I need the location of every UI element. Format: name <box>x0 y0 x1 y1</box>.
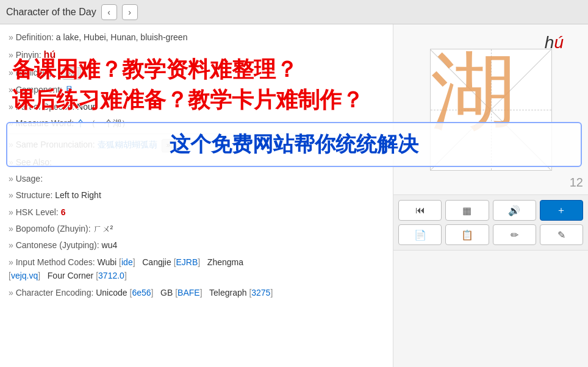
hsk-value: 6 <box>61 207 66 217</box>
same-pron-row: Same Pronunciation: 壶狐糊胡蝴弧葫 »... <box>9 138 384 152</box>
component-link[interactable]: 月 <box>65 85 73 94</box>
cangjie-link[interactable]: EJRB <box>176 257 198 267</box>
same-pron-label: Same Pronunciation: <box>9 140 95 149</box>
hsk-label: HSK Level: <box>9 207 59 217</box>
encoding-label: Character Encoding: <box>9 288 93 298</box>
structure-value: Left to Right <box>55 190 101 200</box>
vejq-link[interactable]: vejq.vq <box>11 271 38 280</box>
wubi-link[interactable]: ide <box>121 257 133 267</box>
pinyin-row: Pinyin: hú <box>9 47 384 63</box>
pinyin-value: hú <box>44 49 56 60</box>
tone-mark: ú <box>554 33 564 52</box>
input-codes-label: Input Method Codes: <box>9 257 95 267</box>
gb-link[interactable]: BAFE <box>177 288 200 298</box>
pinyin-label: Pinyin: <box>9 50 41 60</box>
page-title: Character of the Day <box>6 7 96 18</box>
definition-value: a lake, Hubei, Hunan, bluish-green <box>56 32 188 42</box>
prev-button[interactable]: ‹ <box>101 4 117 20</box>
telegraph-link[interactable]: 3275 <box>251 288 270 298</box>
see-also-label: See Also: <box>9 157 52 167</box>
measure-label: Measure Word: <box>9 118 74 128</box>
next-button[interactable]: › <box>122 4 138 20</box>
definition-row: Definition: a lake, Hubei, Hunan, bluish… <box>9 30 384 44</box>
char-display: 湖 <box>431 49 516 135</box>
pos-label: Part of Speech: <box>9 102 74 112</box>
cantonese-row: Cantonese (Jyutping): wu4 <box>9 238 384 252</box>
header: Character of the Day ‹ › <box>0 0 588 24</box>
divider1 <box>9 134 384 134</box>
doc-btn[interactable]: 📄 <box>398 224 442 245</box>
char-grid: 湖 <box>430 49 552 171</box>
encoding-row: Character Encoding: Unicode [6e56] GB [B… <box>9 286 384 299</box>
radical-row: Radical: 氵 »... <box>9 66 384 80</box>
unicode-link[interactable]: 6e56 <box>132 288 151 298</box>
component-label: Component: <box>9 85 62 94</box>
hsk-row: HSK Level: 6 <box>9 205 384 219</box>
four-corner-link[interactable]: 3712.0 <box>98 271 124 280</box>
definition-label: Definition: <box>9 32 54 42</box>
cantonese-value: wu4 <box>102 240 118 250</box>
radical-more[interactable]: »... <box>62 67 81 80</box>
same-pron-more[interactable]: »... <box>162 139 181 152</box>
add-btn[interactable]: ＋ <box>540 200 583 221</box>
edit-btn[interactable]: ✏ <box>493 224 536 245</box>
usage-row: Usage: <box>9 172 384 185</box>
main-container: Definition: a lake, Hubei, Hunan, bluish… <box>0 24 588 367</box>
first-btn[interactable]: ⏮ <box>398 200 442 221</box>
measure-hint: （一个湖） <box>87 118 130 128</box>
component-row: Component: 月 <box>9 83 384 96</box>
stroke-number: 12 <box>570 176 583 190</box>
measure-link[interactable]: 个 <box>76 118 85 128</box>
write-btn[interactable]: ✎ <box>540 224 583 245</box>
bopomofo-row: Bopomofo (Zhuyin): ㄏㄨ² <box>9 222 384 235</box>
toolbar: ⏮ ▦ 🔊 ＋ 📄 📋 ✏ ✎ <box>393 195 588 251</box>
bopomofo-label: Bopomofo (Zhuyin): <box>9 224 91 233</box>
radical-label: Radical: <box>9 68 46 77</box>
usage-label: Usage: <box>9 174 43 184</box>
char-display-area: hú 湖 12 <box>393 24 588 195</box>
pos-value: Noun <box>77 102 97 112</box>
grid-btn[interactable]: ▦ <box>445 200 489 221</box>
cantonese-label: Cantonese (Jyutping): <box>9 240 99 250</box>
copy-btn[interactable]: 📋 <box>445 224 489 245</box>
structure-row: Structure: Left to Right <box>9 188 384 202</box>
right-panel: hú 湖 12 ⏮ ▦ 🔊 ＋ 📄 📋 ✏ ✎ <box>393 24 588 367</box>
input-codes-row: Input Method Codes: Wubi [ide] Cangjie [… <box>9 255 384 283</box>
left-panel: Definition: a lake, Hubei, Hunan, bluish… <box>0 24 393 367</box>
same-pron-link[interactable]: 壶狐糊胡蝴弧葫 <box>98 140 157 149</box>
radical-link[interactable]: 氵 <box>49 68 57 77</box>
measure-row: Measure Word: 个 （一个湖） <box>9 116 384 130</box>
see-also-row: See Also: <box>9 155 384 169</box>
audio-btn[interactable]: 🔊 <box>493 200 536 221</box>
structure-label: Structure: <box>9 190 52 200</box>
pos-row: Part of Speech: Noun <box>9 100 384 113</box>
bopomofo-value: ㄏㄨ² <box>93 224 113 233</box>
